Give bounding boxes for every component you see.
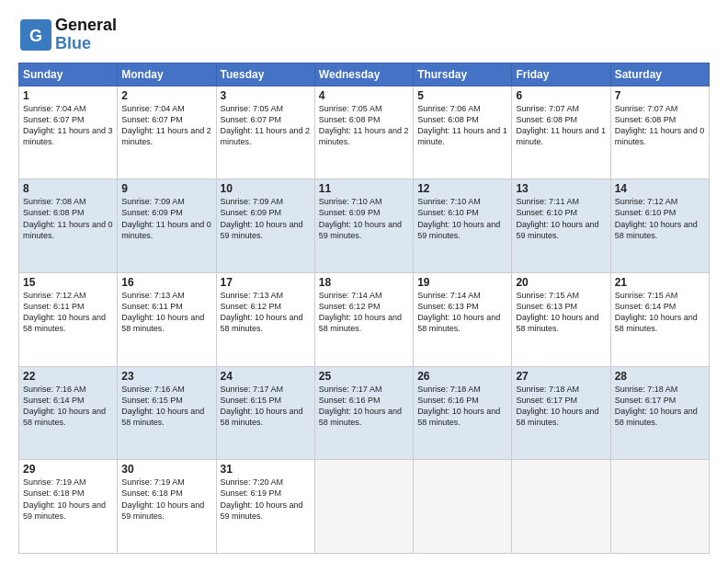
logo-blue: Blue: [55, 35, 117, 53]
day-number: 16: [121, 276, 211, 289]
calendar-week-row: 1Sunrise: 7:04 AMSunset: 6:07 PMDaylight…: [19, 86, 710, 179]
table-row: 4Sunrise: 7:05 AMSunset: 6:08 PMDaylight…: [314, 86, 413, 179]
logo: G General Blue: [18, 17, 117, 53]
header: G General Blue: [18, 17, 710, 53]
day-number: 26: [417, 370, 507, 383]
table-row: 26Sunrise: 7:18 AMSunset: 6:16 PMDayligh…: [414, 366, 512, 460]
day-info: Sunrise: 7:07 AMSunset: 6:08 PMDaylight:…: [516, 103, 606, 148]
day-info: Sunrise: 7:14 AMSunset: 6:12 PMDaylight:…: [319, 290, 409, 335]
table-row: 13Sunrise: 7:11 AMSunset: 6:10 PMDayligh…: [512, 179, 610, 273]
day-info: Sunrise: 7:05 AMSunset: 6:08 PMDaylight:…: [319, 103, 409, 148]
day-info: Sunrise: 7:18 AMSunset: 6:17 PMDaylight:…: [516, 384, 606, 429]
table-row: 9Sunrise: 7:09 AMSunset: 6:09 PMDaylight…: [118, 179, 216, 273]
day-info: Sunrise: 7:06 AMSunset: 6:08 PMDaylight:…: [417, 103, 507, 148]
day-info: Sunrise: 7:05 AMSunset: 6:07 PMDaylight:…: [221, 103, 311, 148]
day-number: 3: [221, 89, 311, 102]
day-number: 10: [221, 182, 311, 195]
day-number: 6: [516, 89, 606, 102]
day-info: Sunrise: 7:16 AMSunset: 6:15 PMDaylight:…: [121, 384, 211, 429]
col-sunday: Sunday: [19, 63, 118, 86]
day-number: 25: [319, 370, 409, 383]
day-info: Sunrise: 7:17 AMSunset: 6:15 PMDaylight:…: [221, 384, 311, 429]
day-number: 1: [23, 89, 113, 102]
day-number: 15: [23, 276, 113, 289]
col-saturday: Saturday: [610, 63, 709, 86]
day-info: Sunrise: 7:10 AMSunset: 6:09 PMDaylight:…: [319, 196, 409, 241]
day-number: 17: [221, 276, 311, 289]
day-info: Sunrise: 7:18 AMSunset: 6:16 PMDaylight:…: [417, 384, 507, 429]
day-info: Sunrise: 7:12 AMSunset: 6:11 PMDaylight:…: [23, 290, 113, 335]
table-row: [314, 460, 413, 554]
table-row: 20Sunrise: 7:15 AMSunset: 6:13 PMDayligh…: [512, 272, 610, 366]
table-row: 29Sunrise: 7:19 AMSunset: 6:18 PMDayligh…: [19, 460, 118, 554]
table-row: 1Sunrise: 7:04 AMSunset: 6:07 PMDaylight…: [19, 86, 118, 179]
table-row: 24Sunrise: 7:17 AMSunset: 6:15 PMDayligh…: [216, 366, 314, 460]
day-info: Sunrise: 7:13 AMSunset: 6:12 PMDaylight:…: [221, 290, 311, 335]
table-row: 30Sunrise: 7:19 AMSunset: 6:18 PMDayligh…: [118, 460, 216, 554]
day-info: Sunrise: 7:20 AMSunset: 6:19 PMDaylight:…: [221, 477, 311, 522]
day-number: 8: [23, 182, 113, 195]
table-row: 28Sunrise: 7:18 AMSunset: 6:17 PMDayligh…: [610, 366, 709, 460]
table-row: 25Sunrise: 7:17 AMSunset: 6:16 PMDayligh…: [314, 366, 413, 460]
table-row: 8Sunrise: 7:08 AMSunset: 6:08 PMDaylight…: [19, 179, 118, 273]
day-number: 14: [615, 182, 705, 195]
day-number: 5: [417, 89, 507, 102]
table-row: 3Sunrise: 7:05 AMSunset: 6:07 PMDaylight…: [216, 86, 314, 179]
day-info: Sunrise: 7:10 AMSunset: 6:10 PMDaylight:…: [417, 196, 507, 241]
day-number: 19: [417, 276, 507, 289]
day-info: Sunrise: 7:12 AMSunset: 6:10 PMDaylight:…: [615, 196, 705, 241]
svg-text:G: G: [29, 27, 42, 45]
day-info: Sunrise: 7:08 AMSunset: 6:08 PMDaylight:…: [23, 196, 113, 241]
day-number: 29: [23, 463, 113, 476]
table-row: 5Sunrise: 7:06 AMSunset: 6:08 PMDaylight…: [414, 86, 512, 179]
table-row: 6Sunrise: 7:07 AMSunset: 6:08 PMDaylight…: [512, 86, 610, 179]
day-number: 13: [516, 182, 606, 195]
day-number: 30: [121, 463, 211, 476]
day-number: 27: [516, 370, 606, 383]
day-info: Sunrise: 7:04 AMSunset: 6:07 PMDaylight:…: [121, 103, 211, 148]
col-tuesday: Tuesday: [216, 63, 314, 86]
day-number: 31: [221, 463, 311, 476]
day-number: 22: [23, 370, 113, 383]
table-row: 14Sunrise: 7:12 AMSunset: 6:10 PMDayligh…: [610, 179, 709, 273]
table-row: 12Sunrise: 7:10 AMSunset: 6:10 PMDayligh…: [414, 179, 512, 273]
day-number: 12: [417, 182, 507, 195]
col-thursday: Thursday: [414, 63, 512, 86]
day-number: 9: [121, 182, 211, 195]
table-row: 19Sunrise: 7:14 AMSunset: 6:13 PMDayligh…: [414, 272, 512, 366]
table-row: [512, 460, 610, 554]
day-info: Sunrise: 7:16 AMSunset: 6:14 PMDaylight:…: [23, 384, 113, 429]
table-row: 15Sunrise: 7:12 AMSunset: 6:11 PMDayligh…: [19, 272, 118, 366]
day-info: Sunrise: 7:13 AMSunset: 6:11 PMDaylight:…: [121, 290, 211, 335]
table-row: [414, 460, 512, 554]
day-number: 28: [615, 370, 705, 383]
logo-icon: G: [18, 17, 53, 52]
calendar-week-row: 22Sunrise: 7:16 AMSunset: 6:14 PMDayligh…: [19, 366, 710, 460]
logo-general: General: [55, 17, 117, 35]
col-wednesday: Wednesday: [314, 63, 413, 86]
calendar-table: Sunday Monday Tuesday Wednesday Thursday…: [18, 63, 710, 554]
table-row: 10Sunrise: 7:09 AMSunset: 6:09 PMDayligh…: [216, 179, 314, 273]
table-row: 11Sunrise: 7:10 AMSunset: 6:09 PMDayligh…: [314, 179, 413, 273]
calendar-week-row: 8Sunrise: 7:08 AMSunset: 6:08 PMDaylight…: [19, 179, 710, 273]
calendar-week-row: 29Sunrise: 7:19 AMSunset: 6:18 PMDayligh…: [19, 460, 710, 554]
day-info: Sunrise: 7:18 AMSunset: 6:17 PMDaylight:…: [615, 384, 705, 429]
table-row: 27Sunrise: 7:18 AMSunset: 6:17 PMDayligh…: [512, 366, 610, 460]
day-info: Sunrise: 7:15 AMSunset: 6:13 PMDaylight:…: [516, 290, 606, 335]
day-number: 23: [121, 370, 211, 383]
calendar-header-row: Sunday Monday Tuesday Wednesday Thursday…: [19, 63, 710, 86]
day-number: 24: [221, 370, 311, 383]
day-number: 21: [615, 276, 705, 289]
day-info: Sunrise: 7:19 AMSunset: 6:18 PMDaylight:…: [23, 477, 113, 522]
table-row: 31Sunrise: 7:20 AMSunset: 6:19 PMDayligh…: [216, 460, 314, 554]
table-row: 16Sunrise: 7:13 AMSunset: 6:11 PMDayligh…: [118, 272, 216, 366]
table-row: 18Sunrise: 7:14 AMSunset: 6:12 PMDayligh…: [314, 272, 413, 366]
day-number: 4: [319, 89, 409, 102]
calendar-week-row: 15Sunrise: 7:12 AMSunset: 6:11 PMDayligh…: [19, 272, 710, 366]
table-row: 2Sunrise: 7:04 AMSunset: 6:07 PMDaylight…: [118, 86, 216, 179]
day-number: 18: [319, 276, 409, 289]
day-number: 11: [319, 182, 409, 195]
table-row: 21Sunrise: 7:15 AMSunset: 6:14 PMDayligh…: [610, 272, 709, 366]
col-monday: Monday: [118, 63, 216, 86]
table-row: 22Sunrise: 7:16 AMSunset: 6:14 PMDayligh…: [19, 366, 118, 460]
